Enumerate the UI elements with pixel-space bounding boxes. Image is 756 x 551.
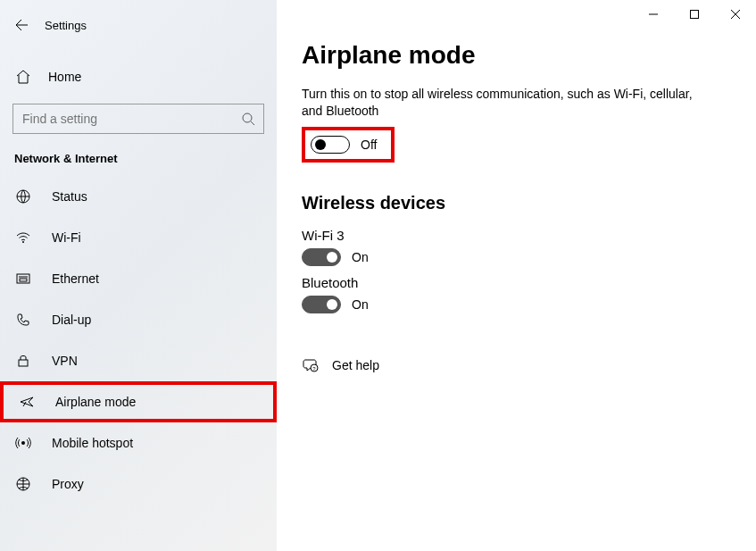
toggle-state-label: Off (361, 138, 377, 152)
toggle-knob (327, 299, 337, 310)
titlebar: Settings (0, 7, 277, 43)
back-button[interactable] (9, 13, 34, 38)
svg-rect-8 (691, 11, 699, 19)
sidebar-item-label: Home (48, 70, 81, 84)
window-controls (633, 0, 756, 29)
wireless-devices-heading: Wireless devices (302, 193, 731, 213)
airplane-mode-toggle[interactable] (311, 136, 350, 154)
search-container (12, 104, 264, 134)
sidebar-item-dialup[interactable]: Dial-up (0, 299, 277, 340)
close-button[interactable] (715, 0, 756, 29)
sidebar-item-label: Proxy (52, 477, 84, 491)
vpn-icon (14, 352, 32, 370)
sidebar-item-wifi[interactable]: Wi-Fi (0, 217, 277, 258)
main-panel: Airplane mode Turn this on to stop all w… (277, 0, 756, 551)
sidebar-item-label: Mobile hotspot (52, 436, 133, 450)
sidebar-item-ethernet[interactable]: Ethernet (0, 258, 277, 299)
sidebar-item-proxy[interactable]: Proxy (0, 463, 277, 505)
page-description: Turn this on to stop all wireless commun… (302, 86, 694, 120)
arrow-left-icon (14, 18, 29, 32)
sidebar-item-mobile-hotspot[interactable]: Mobile hotspot (0, 422, 277, 463)
sidebar-item-label: Ethernet (52, 271, 99, 286)
sidebar-item-home[interactable]: Home (0, 59, 277, 95)
sidebar-item-label: VPN (52, 354, 78, 368)
device-name-wifi: Wi-Fi 3 (302, 228, 731, 243)
home-icon (14, 69, 32, 85)
sidebar-item-vpn[interactable]: VPN (0, 340, 277, 381)
ethernet-icon (14, 270, 32, 288)
maximize-button[interactable] (674, 0, 715, 29)
wifi-toggle[interactable] (302, 248, 341, 266)
phone-icon (14, 311, 32, 329)
sidebar-item-airplane-mode[interactable]: Airplane mode (0, 381, 277, 422)
svg-point-6 (21, 441, 25, 445)
page-title: Airplane mode (302, 41, 731, 70)
proxy-icon (14, 475, 32, 493)
wifi-icon (14, 229, 32, 246)
sidebar-item-label: Status (52, 189, 87, 204)
toggle-state-label: On (352, 250, 369, 264)
device-name-bluetooth: Bluetooth (302, 275, 731, 290)
sidebar-item-label: Dial-up (52, 313, 91, 327)
airplane-mode-toggle-highlight: Off (302, 127, 395, 163)
get-help-link[interactable]: ? Get help (302, 356, 731, 374)
toggle-state-label: On (352, 297, 369, 312)
window-title: Settings (45, 19, 87, 32)
svg-rect-4 (20, 279, 27, 281)
toggle-knob (327, 252, 337, 263)
sidebar-item-label: Airplane mode (55, 395, 136, 409)
help-label: Get help (332, 358, 379, 372)
sidebar-item-label: Wi-Fi (52, 230, 81, 245)
section-title: Network & Internet (0, 134, 277, 176)
bluetooth-toggle[interactable] (302, 296, 341, 313)
svg-rect-5 (19, 360, 28, 366)
help-icon: ? (302, 356, 320, 374)
hotspot-icon (14, 434, 32, 452)
sidebar-item-status[interactable]: Status (0, 176, 277, 217)
minimize-button[interactable] (633, 0, 674, 29)
status-icon (14, 188, 32, 205)
search-input[interactable] (12, 104, 264, 134)
svg-point-2 (22, 241, 24, 243)
airplane-icon (18, 393, 36, 411)
sidebar: Settings Home Network & Internet Status … (0, 0, 277, 551)
toggle-knob (315, 139, 326, 150)
